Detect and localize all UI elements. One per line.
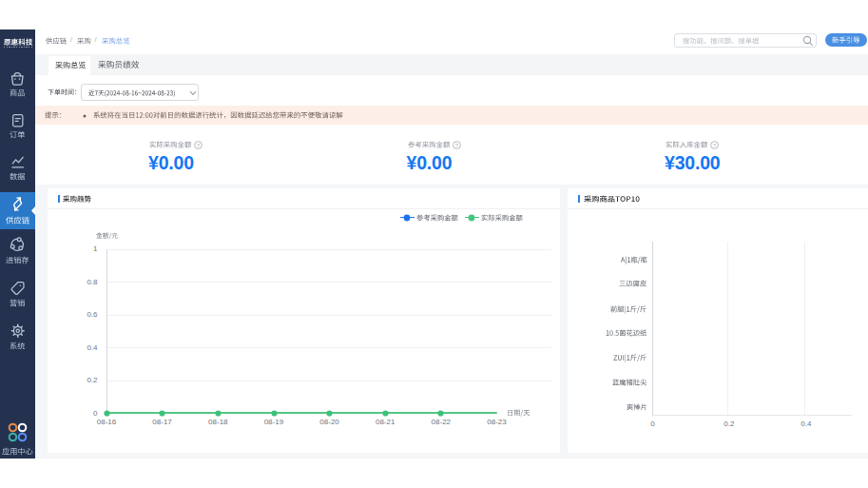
svg-text:?: ?	[455, 143, 459, 148]
svg-text:?: ?	[197, 143, 201, 148]
svg-text:?: ?	[713, 143, 717, 148]
